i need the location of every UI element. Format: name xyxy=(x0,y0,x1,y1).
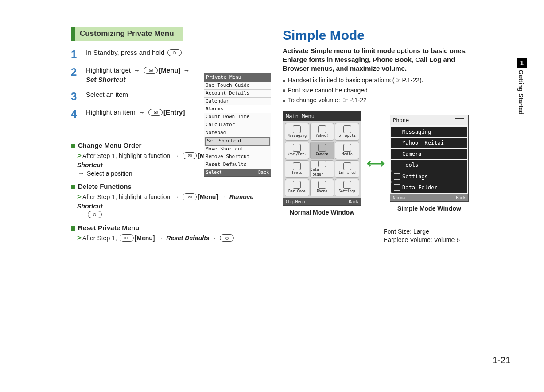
text: To change volume: xyxy=(288,96,342,104)
softkey-right: Back xyxy=(456,195,466,200)
action-label: Set Shortcut xyxy=(86,76,125,83)
step-1: 1 In Standby, press and hold xyxy=(71,46,191,63)
softkey-left: Chg.Menu xyxy=(286,199,305,204)
label: Bar Code xyxy=(288,189,306,194)
settings-icon xyxy=(394,173,400,180)
label: Yahoo! xyxy=(316,134,329,138)
intro-text: Activate Simple menu to limit mode optio… xyxy=(283,46,478,73)
simple-mode-block: Phone Messaging Yahoo! Keitai Camera Too… xyxy=(390,115,469,213)
app-icon xyxy=(293,144,301,152)
private-menu-screenshot: Private Menu One Touch Guide Account Det… xyxy=(204,73,271,177)
app-icon xyxy=(318,125,326,133)
step-4: 4 Highlight an item → ✉[Entry] xyxy=(71,105,191,123)
menu-cell-highlighted: Camera xyxy=(310,142,334,159)
menu-cell: Data Folder xyxy=(310,160,334,178)
chevron-icon: > xyxy=(77,151,82,160)
text: Highlight target xyxy=(86,66,132,74)
mail-key-icon: ✉ xyxy=(148,109,163,116)
page-heading: Simple Mode xyxy=(283,27,478,45)
step-text: Select an item xyxy=(86,88,191,105)
pm-item: Account Details xyxy=(204,90,271,98)
mail-key-icon: ✉ xyxy=(144,67,158,74)
chapter-tab: 1 Getting Started xyxy=(517,58,527,130)
label: Infrared xyxy=(338,171,356,176)
list-item: Settings xyxy=(391,171,467,182)
text: Font size cannot be changed. xyxy=(288,87,369,94)
label: Settings xyxy=(338,189,356,194)
menu-cell: Yahoo! xyxy=(310,123,334,141)
step-text: Highlight target → ✉[Menu] → Set Shortcu… xyxy=(86,63,191,88)
page-number: 1-21 xyxy=(493,354,510,366)
mail-key-icon: ✉ xyxy=(183,152,197,159)
camera-icon xyxy=(394,151,400,157)
app-icon xyxy=(343,125,351,133)
app-icon xyxy=(343,181,351,189)
chevron-icon: > xyxy=(77,192,82,201)
menu-cell: Tools xyxy=(285,160,309,178)
caption: Normal Mode Window xyxy=(283,208,361,217)
square-bullet-icon xyxy=(71,144,75,148)
sub-line: >After Step 1, highlight a function → ✉[… xyxy=(77,192,267,219)
crop-mark-icon xyxy=(0,15,18,15)
chevron-icon: > xyxy=(77,234,82,242)
step-text: In Standby, press and hold xyxy=(86,46,191,63)
chapter-title: Getting Started xyxy=(517,70,525,115)
tools-icon xyxy=(394,162,400,168)
pm-title: Private Menu xyxy=(204,73,271,82)
pm-footer: Select Back xyxy=(204,169,271,176)
mail-key-icon: ✉ xyxy=(183,193,197,200)
crop-mark-icon xyxy=(15,0,15,18)
menu-cell: News/Ent. xyxy=(285,142,309,159)
label: News/Ent. xyxy=(288,152,307,157)
center-key-icon xyxy=(88,211,102,218)
text: In Standby, press and hold xyxy=(86,49,167,56)
note-item: Font size cannot be changed. xyxy=(283,86,478,95)
chapter-number: 1 xyxy=(517,58,527,68)
note-item: Handset is limited to basic operations (… xyxy=(283,76,478,85)
list-item: Tools xyxy=(391,160,467,170)
center-key-icon xyxy=(167,49,182,56)
menu-cell: S! Appli xyxy=(335,123,359,141)
app-icon xyxy=(343,162,351,170)
crop-mark-icon xyxy=(15,374,15,392)
text: After Step 1, highlight a function xyxy=(82,152,172,159)
app-icon xyxy=(318,161,326,167)
crop-mark-icon xyxy=(529,374,529,392)
sub-heading: Reset Private Menu xyxy=(71,223,267,232)
arrow-icon: → xyxy=(78,211,84,218)
pm-item: Reset Defaults xyxy=(204,161,271,169)
note-line: Earpiece Volume: Volume 6 xyxy=(384,236,478,244)
text: Handset is limited to basic operations ( xyxy=(288,77,394,84)
mail-key-icon: ✉ xyxy=(120,234,134,242)
manual-page: Customizing Private Menu 1 In Standby, p… xyxy=(0,0,544,392)
app-icon xyxy=(318,144,326,152)
normal-phone-screenshot: Main Menu Messaging Yahoo! S! Appli News… xyxy=(283,111,361,206)
action-label: Reset Defaults xyxy=(166,234,209,242)
section-title: Customizing Private Menu xyxy=(71,27,183,41)
menu-cell: Infrared xyxy=(335,160,359,178)
sub-heading: Delete Functions xyxy=(71,182,267,191)
phone-icon xyxy=(455,118,464,125)
label: Yahoo! Keitai xyxy=(402,139,444,146)
label: Camera xyxy=(402,150,421,158)
label: Tools xyxy=(402,161,418,169)
text: After Step 1, xyxy=(82,234,119,242)
text: Highlight an item xyxy=(86,108,137,116)
pointer-icon: ☞ xyxy=(395,77,401,84)
normal-mode-block: Main Menu Messaging Yahoo! S! Appli News… xyxy=(283,111,361,217)
arrow-icon: → xyxy=(138,108,145,116)
step-text: Highlight an item → ✉[Entry] xyxy=(86,105,191,123)
ref: P.1-22 xyxy=(349,96,366,104)
step-number: 1 xyxy=(71,46,86,63)
label: Tools xyxy=(291,171,302,176)
bullet-icon xyxy=(283,80,285,82)
heading-text: Reset Private Menu xyxy=(78,224,139,231)
center-key-icon xyxy=(220,234,234,242)
bullet-icon xyxy=(283,89,285,92)
notes-list: Handset is limited to basic operations (… xyxy=(283,76,478,104)
phone-title: Phone xyxy=(390,115,468,125)
entry-label: [Entry] xyxy=(163,108,185,116)
mail-icon xyxy=(394,129,400,135)
label: Settings xyxy=(402,173,428,180)
pm-item: Notepad xyxy=(204,129,271,137)
